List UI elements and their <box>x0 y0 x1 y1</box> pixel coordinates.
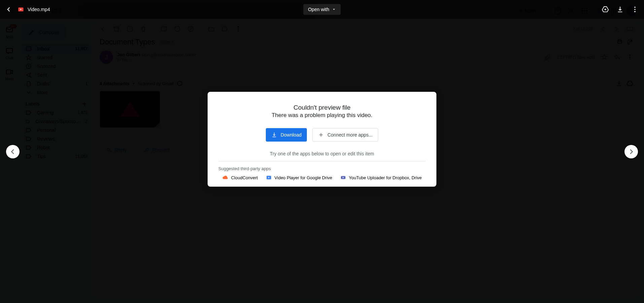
error-title: Couldn't preview file <box>218 104 426 111</box>
suggested-apps-row: CloudConvert Video Player for Google Dri… <box>218 175 426 187</box>
app-youtube-uploader[interactable]: YouTube Uploader for Dropbox, Drive <box>340 175 422 181</box>
download-label: Download <box>281 132 301 138</box>
filename-text: Video.mp4 <box>28 7 50 12</box>
connect-apps-button[interactable]: Connect more apps... <box>312 128 378 142</box>
viewer-topbar: Video.mp4 Open with <box>0 0 644 19</box>
video-file-icon <box>17 6 24 13</box>
apps-header: Suggested third-party apps <box>218 161 426 175</box>
file-chip: Video.mp4 <box>17 6 50 13</box>
preview-error-card: Couldn't preview file There was a proble… <box>208 92 436 187</box>
svg-point-36 <box>634 7 636 8</box>
youtube-uploader-icon <box>340 175 346 181</box>
connect-label: Connect more apps... <box>327 132 372 138</box>
add-to-drive-icon[interactable] <box>602 6 609 13</box>
error-subtitle: There was a problem playing this video. <box>218 112 426 119</box>
download-icon <box>271 132 277 138</box>
more-vert-icon[interactable] <box>631 6 639 13</box>
drive-video-icon <box>266 175 272 181</box>
app-name: CloudConvert <box>231 175 258 180</box>
download-icon[interactable] <box>616 6 624 13</box>
app-video-player[interactable]: Video Player for Google Drive <box>266 175 332 181</box>
back-arrow-icon[interactable] <box>5 6 12 13</box>
try-hint: Try one of the apps below to open or edi… <box>218 151 426 156</box>
open-with-dropdown[interactable]: Open with <box>303 4 341 15</box>
svg-point-38 <box>634 11 636 12</box>
open-with-label: Open with <box>308 7 329 12</box>
cloud-convert-icon <box>222 175 228 181</box>
download-button[interactable]: Download <box>266 128 307 142</box>
chevron-left-icon <box>9 148 16 155</box>
prev-attachment-button[interactable] <box>6 145 20 158</box>
app-cloudconvert[interactable]: CloudConvert <box>222 175 258 181</box>
caret-down-icon <box>332 7 336 11</box>
next-attachment-button[interactable] <box>624 145 638 158</box>
app-name: Video Player for Google Drive <box>275 175 332 180</box>
error-actions: Download Connect more apps... <box>218 128 426 142</box>
viewer-actions <box>602 6 639 13</box>
plus-icon <box>318 132 324 138</box>
chevron-right-icon <box>628 148 635 155</box>
svg-point-37 <box>634 9 636 10</box>
app-name: YouTube Uploader for Dropbox, Drive <box>349 175 422 180</box>
